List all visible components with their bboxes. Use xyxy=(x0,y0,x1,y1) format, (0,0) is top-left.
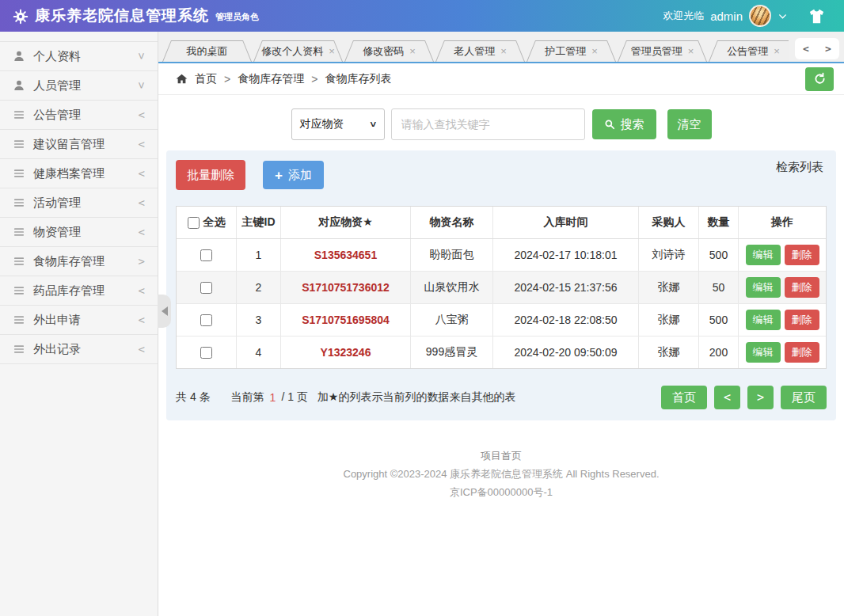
breadcrumb: 首页 > 食物库存管理 > 食物库存列表 xyxy=(158,63,844,95)
tab[interactable]: 护工管理 × xyxy=(527,40,616,62)
next-page-button[interactable]: > xyxy=(747,386,774,409)
user-icon xyxy=(13,50,26,63)
cell-id: 1 xyxy=(237,239,281,271)
edit-button[interactable]: 编辑 xyxy=(746,277,781,298)
delete-button[interactable]: 删除 xyxy=(785,342,819,363)
chevron-down-icon: > xyxy=(135,53,148,59)
row-checkbox[interactable] xyxy=(200,249,212,261)
search-list-panel: 批量删除 + 添加 检索列表 全选 主键I xyxy=(166,150,836,420)
add-button-label: 添加 xyxy=(288,168,312,183)
prev-page-button[interactable]: < xyxy=(714,386,740,409)
tab-close-icon[interactable]: × xyxy=(409,46,416,56)
tab-close-icon[interactable]: × xyxy=(774,46,780,56)
chevron-down-icon[interactable] xyxy=(777,11,788,21)
sidebar-item[interactable]: 个人资料 > xyxy=(0,42,158,71)
add-button[interactable]: + 添加 xyxy=(263,161,324,189)
panel-title: 检索列表 xyxy=(776,160,823,175)
cell-code: S1710751736012 xyxy=(281,272,411,303)
tab[interactable]: 管理员管理 × xyxy=(618,40,707,62)
edit-button[interactable]: 编辑 xyxy=(746,245,781,265)
row-checkbox[interactable] xyxy=(200,347,212,359)
sidebar-item-label: 食物库存管理 xyxy=(33,254,105,269)
sidebar-item[interactable]: 物资管理 < xyxy=(0,218,158,247)
sidebar-item[interactable]: 公告管理 < xyxy=(0,101,158,130)
sidebar-collapse-handle[interactable] xyxy=(158,295,171,328)
app-title: 康乐养老院信息管理系统 xyxy=(35,7,209,25)
sidebar-item[interactable]: 药品库存管理 < xyxy=(0,276,158,306)
chevron-left-icon xyxy=(157,306,168,316)
row-checkbox[interactable] xyxy=(200,282,212,294)
user-icon xyxy=(13,79,26,92)
list-icon xyxy=(13,314,26,326)
chevron-left-icon: < xyxy=(139,343,145,356)
total-count: 共 4 条 xyxy=(176,390,211,405)
tab-label: 管理员管理 xyxy=(631,44,682,59)
sidebar-item[interactable]: 外出记录 < xyxy=(0,335,158,364)
main-area: 我的桌面 修改个人资料 × 修改密码 × xyxy=(158,32,844,616)
tab-close-icon[interactable]: × xyxy=(500,46,507,56)
select-all-checkbox[interactable] xyxy=(188,217,200,229)
search-field-select[interactable]: 对应物资 > xyxy=(291,108,385,140)
sidebar-item[interactable]: 人员管理 > xyxy=(0,71,158,101)
sidebar-item[interactable]: 食物库存管理 > xyxy=(0,247,158,276)
table-row: 4 Y1323246 999感冒灵 2024-02-20 09:50:09 张娜… xyxy=(177,337,826,368)
tab-close-icon[interactable]: × xyxy=(591,46,598,56)
tab[interactable]: 我的桌面 xyxy=(162,40,252,62)
username[interactable]: admin xyxy=(710,10,743,23)
tab[interactable]: 公告管理 × xyxy=(709,40,789,62)
chevron-right-icon: > xyxy=(139,255,145,268)
search-row: 对应物资 > 搜索 清空 xyxy=(158,108,844,140)
cell-time: 2024-02-20 09:50:09 xyxy=(493,337,639,368)
sidebar-item-label: 公告管理 xyxy=(33,108,81,123)
chevron-down-icon: > xyxy=(135,82,148,89)
footer-home-link[interactable]: 项目首页 xyxy=(158,447,844,465)
delete-button[interactable]: 删除 xyxy=(785,277,819,298)
sidebar-item-label: 药品库存管理 xyxy=(33,283,105,298)
refresh-button[interactable] xyxy=(805,67,834,91)
batch-delete-button[interactable]: 批量删除 xyxy=(176,160,245,190)
tab-close-icon[interactable]: × xyxy=(688,46,694,56)
edit-button[interactable]: 编辑 xyxy=(746,342,781,363)
table-body: 1 S135634651 盼盼面包 2024-02-17 10:18:01 刘诗… xyxy=(177,239,826,368)
tab[interactable]: 修改密码 × xyxy=(344,40,434,62)
sidebar-item-label: 健康档案管理 xyxy=(33,166,105,181)
footer-copyright: Copyright ©2023-2024 康乐养老院信息管理系统 All Rig… xyxy=(158,465,844,483)
list-icon xyxy=(13,196,26,209)
list-icon xyxy=(13,108,26,121)
sidebar-item[interactable]: 活动管理 < xyxy=(0,188,158,218)
cell-code: Y1323246 xyxy=(281,337,411,368)
tabs-next-button[interactable]: > xyxy=(825,43,831,55)
tab-label: 修改个人资料 xyxy=(261,44,323,59)
footer-icp: 京ICP备00000000号-1 xyxy=(158,483,844,501)
search-button[interactable]: 搜索 xyxy=(592,109,656,139)
sidebar-item-label: 人员管理 xyxy=(33,78,81,93)
row-checkbox[interactable] xyxy=(200,314,212,326)
sidebar-item-label: 外出申请 xyxy=(33,313,81,328)
delete-button[interactable]: 删除 xyxy=(785,245,819,265)
breadcrumb-level1[interactable]: 食物库存管理 xyxy=(238,72,304,86)
header-ops: 操作 xyxy=(739,207,826,238)
theme-shirt-icon[interactable] xyxy=(808,9,825,24)
sidebar-item[interactable]: 外出申请 < xyxy=(0,306,158,335)
avatar[interactable] xyxy=(749,5,771,27)
tab-close-icon[interactable]: × xyxy=(329,46,335,56)
sidebar-item-label: 外出记录 xyxy=(33,342,81,357)
header-code: 对应物资★ xyxy=(281,207,411,238)
star-note: 加★的列表示当前列的数据来自其他的表 xyxy=(317,390,516,405)
delete-button[interactable]: 删除 xyxy=(785,310,819,330)
search-input[interactable] xyxy=(391,108,585,140)
tab[interactable]: 修改个人资料 × xyxy=(253,40,343,62)
first-page-button[interactable]: 首页 xyxy=(661,386,707,409)
clear-button[interactable]: 清空 xyxy=(667,109,712,139)
tabbar: 我的桌面 修改个人资料 × 修改密码 × xyxy=(158,32,844,63)
sidebar-item[interactable]: 健康档案管理 < xyxy=(0,159,158,188)
edit-button[interactable]: 编辑 xyxy=(746,310,781,330)
tab[interactable]: 老人管理 × xyxy=(435,40,525,62)
breadcrumb-home[interactable]: 首页 xyxy=(195,72,217,86)
brand: 康乐养老院信息管理系统 管理员角色 xyxy=(13,7,259,25)
chevron-left-icon: < xyxy=(139,284,145,297)
sidebar-item[interactable]: 建议留言管理 < xyxy=(0,130,158,159)
last-page-button[interactable]: 尾页 xyxy=(781,386,827,409)
pagination-buttons: 首页 < > 尾页 xyxy=(661,386,827,409)
tabs-prev-button[interactable]: < xyxy=(803,43,809,55)
